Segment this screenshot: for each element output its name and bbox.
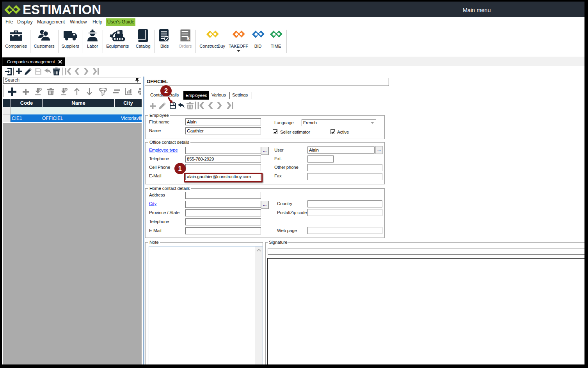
svg-text:$: $ (187, 36, 190, 41)
